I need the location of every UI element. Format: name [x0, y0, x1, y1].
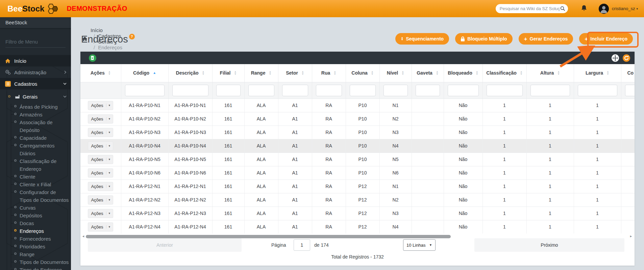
- sidebar-item-cadastros[interactable]: Cadastros: [0, 78, 71, 89]
- caret-down-icon: ▾: [106, 158, 110, 161]
- wiki-search: [496, 4, 568, 13]
- row-actions-button[interactable]: Ações▾: [88, 101, 113, 110]
- column-filter-input[interactable]: [282, 85, 308, 96]
- column-filter-input[interactable]: [487, 85, 523, 96]
- row-actions-button[interactable]: Ações▾: [88, 114, 113, 124]
- sidebar-subitem[interactable]: Fornecedores: [0, 235, 71, 243]
- top-navbar: BeeStock DEMONSTRAÇÃO cristiano_sz ▾: [0, 0, 644, 17]
- column-filter-input[interactable]: [530, 85, 570, 96]
- sidebar-group-gerais[interactable]: Gerais: [0, 91, 71, 102]
- column-header[interactable]: Setor▲▼: [278, 64, 312, 82]
- scroll-right-icon[interactable]: ►: [629, 235, 633, 238]
- cell-rua: RA: [325, 184, 332, 189]
- column-filter-input[interactable]: [316, 85, 342, 96]
- sidebar-subitem[interactable]: Classificação de Endereço: [0, 157, 71, 173]
- next-page-button[interactable]: Próximo: [474, 238, 624, 252]
- bloqueio-multiplo-button[interactable]: Bloqueio Múltiplo: [455, 33, 512, 45]
- gerar-enderecos-button[interactable]: + Gerar Endereços: [519, 33, 573, 45]
- sidebar-subitem[interactable]: Carregamentos Diários: [0, 142, 71, 157]
- column-header[interactable]: Coluna▲▼: [346, 64, 379, 82]
- sidebar-subitem[interactable]: Associação de Depósito: [0, 118, 71, 134]
- row-actions-button[interactable]: Ações▾: [88, 128, 113, 137]
- column-filter-input[interactable]: [383, 85, 408, 96]
- sidebar-subitem[interactable]: Curvas: [0, 204, 71, 212]
- column-header[interactable]: Ações▲▼: [80, 64, 121, 82]
- sort-carets-icon: ▲▼: [436, 71, 439, 75]
- sidebar-item-inicio[interactable]: Início: [0, 55, 71, 66]
- sidebar-subitem[interactable]: Range: [0, 250, 71, 258]
- sort-carets-icon: ▲▼: [108, 71, 111, 75]
- refresh-icon[interactable]: [622, 54, 630, 62]
- menu-filter-input[interactable]: [5, 37, 66, 47]
- bullet-icon: [14, 221, 17, 224]
- sidebar-item-administracao[interactable]: Administração: [0, 66, 71, 78]
- cell-classificacao: 1: [503, 184, 506, 189]
- cell-codigo: A1-RA-P10-N1: [129, 103, 160, 108]
- user-menu[interactable]: cristiano_sz: [612, 6, 635, 11]
- column-filter-input[interactable]: [578, 85, 617, 96]
- bullet-icon: [14, 105, 17, 107]
- scroll-left-icon[interactable]: ◄: [82, 235, 85, 238]
- column-header[interactable]: Filial▲▼: [212, 64, 244, 82]
- incluir-endereco-button[interactable]: + Incluir Endereço: [579, 33, 633, 45]
- column-header[interactable]: Rua▲▼: [312, 64, 346, 82]
- plus-icon: +: [585, 36, 588, 42]
- column-header[interactable]: Código▲▼: [121, 64, 168, 82]
- row-actions-button[interactable]: Ações▾: [88, 141, 113, 151]
- column-header[interactable]: Descrição▲▼: [168, 64, 212, 82]
- breadcrumb-item[interactable]: /Endereços: [91, 45, 122, 50]
- column-header[interactable]: Nível▲▼: [379, 64, 412, 82]
- cell-coluna: P12: [358, 224, 367, 230]
- caret-down-icon: ▾: [106, 171, 110, 174]
- column-header[interactable]: Bloqueado▲▼: [444, 64, 482, 82]
- autofit-columns-icon[interactable]: [611, 54, 619, 62]
- breadcrumb-item[interactable]: /Início: [91, 27, 122, 33]
- sidebar-subitem[interactable]: Tipos de Documentos: [0, 258, 71, 266]
- page-size-select[interactable]: 10 Linhas ▼: [403, 239, 436, 251]
- sidebar-subitem[interactable]: Endereços: [0, 227, 71, 235]
- excel-export-icon[interactable]: [89, 54, 97, 62]
- column-filter-input[interactable]: [248, 85, 274, 96]
- column-filter-input[interactable]: [125, 85, 165, 96]
- column-filter-input[interactable]: [416, 85, 440, 96]
- column-filter-input[interactable]: [350, 85, 376, 96]
- column-header[interactable]: Classificação▲▼: [482, 64, 526, 82]
- sidebar-subitem[interactable]: Áreas de Picking: [0, 103, 71, 111]
- column-filter-input[interactable]: [448, 85, 479, 96]
- row-actions-button[interactable]: Ações▾: [88, 168, 113, 178]
- cell-nivel: N1: [393, 103, 399, 108]
- wiki-search-input[interactable]: [500, 6, 560, 11]
- column-header[interactable]: Range▲▼: [244, 64, 278, 82]
- sidebar-subitem[interactable]: Armazéns: [0, 111, 71, 118]
- row-actions-button[interactable]: Ações▾: [88, 182, 113, 191]
- page-number-input[interactable]: [294, 239, 310, 251]
- sequenciamento-button[interactable]: ▲▼ Sequenciamento: [395, 33, 449, 45]
- scrollbar-thumb[interactable]: [86, 235, 451, 238]
- row-actions-button[interactable]: Ações▾: [88, 222, 113, 232]
- cell-descricao: A1-RA-P12-N4: [174, 224, 206, 230]
- sidebar-subitem[interactable]: Configurador de Tipos de Documentos: [0, 188, 71, 204]
- column-filter-input[interactable]: [172, 85, 208, 96]
- row-actions-button[interactable]: Ações▾: [88, 209, 113, 218]
- notifications-bell-icon[interactable]: [581, 5, 587, 13]
- cell-rua: RA: [325, 143, 332, 148]
- column-filter-input[interactable]: [216, 85, 241, 96]
- column-header[interactable]: Gaveta▲▼: [412, 64, 444, 82]
- column-filter-input[interactable]: [625, 85, 635, 96]
- cell-classificacao: 1: [503, 197, 506, 202]
- sidebar-subitem[interactable]: Tipos de Endereço: [0, 266, 71, 270]
- sidebar-subitem[interactable]: Capacidade: [0, 134, 71, 142]
- user-avatar[interactable]: [599, 4, 609, 14]
- sidebar-subitem[interactable]: Docas: [0, 219, 71, 227]
- column-header[interactable]: Co▲▼: [621, 64, 635, 82]
- sidebar-subitem[interactable]: Cliente x Filial: [0, 181, 71, 188]
- previous-page-button[interactable]: Anterior: [88, 238, 242, 252]
- row-actions-button[interactable]: Ações▾: [88, 195, 113, 205]
- user-menu-caret-icon[interactable]: ▾: [636, 7, 638, 10]
- sidebar-subitem[interactable]: Prioridades: [0, 243, 71, 250]
- help-icon[interactable]: ?: [129, 34, 135, 39]
- sidebar-subitem[interactable]: Depósitos: [0, 212, 71, 219]
- row-actions-button[interactable]: Ações▾: [88, 155, 113, 164]
- sidebar-subitem[interactable]: Cliente: [0, 173, 71, 181]
- search-icon[interactable]: [560, 6, 565, 11]
